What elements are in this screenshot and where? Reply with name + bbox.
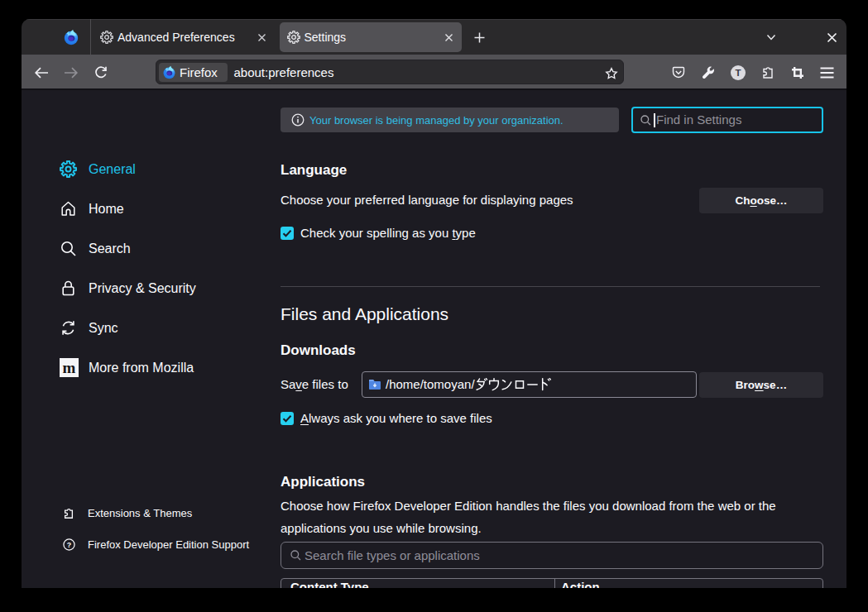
svg-text:?: ? xyxy=(67,541,71,549)
svg-text:T: T xyxy=(735,68,741,78)
svg-text:m: m xyxy=(63,359,76,376)
